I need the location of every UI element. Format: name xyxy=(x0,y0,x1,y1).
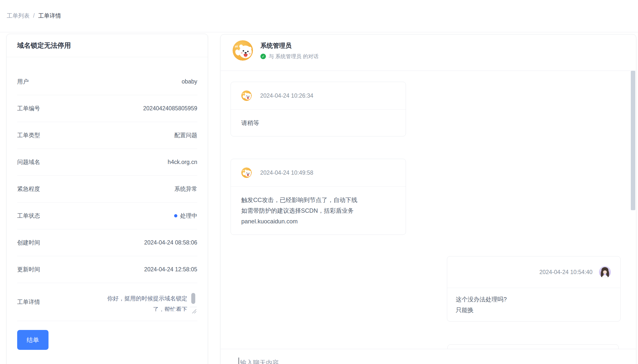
message-header: Hi2024-04-24 10:26:34 xyxy=(231,82,406,109)
field-value-text: 2024-04-24 08:58:06 xyxy=(144,239,197,246)
breadcrumb-ticket-detail: 工单详情 xyxy=(38,12,61,20)
ticket-card-header: 域名锁定无法停用 xyxy=(7,34,208,57)
field-value: obaby xyxy=(182,78,197,85)
chat-input-area[interactable]: 输入聊天内容 xyxy=(221,349,636,364)
field-label: 工单状态 xyxy=(17,212,40,220)
field-value: h4ck.org.cn xyxy=(168,159,197,166)
check-circle-icon: ✓ xyxy=(260,54,266,59)
field-row: 更新时间2024-04-24 12:58:05 xyxy=(17,256,197,283)
field-value: 处理中 xyxy=(174,212,197,220)
message-body: 触发CC攻击，已经影响到节点了，自动下线 如需带防护的建议选择SCDN，括彩盾业… xyxy=(231,186,406,234)
chat-status-line: ✓ 与 系统管理员 的对话 xyxy=(260,53,319,60)
field-value: 2024-04-24 12:58:05 xyxy=(144,266,197,273)
messages-scrollbar-thumb[interactable] xyxy=(631,71,635,210)
field-value-text: 配置问题 xyxy=(174,132,197,139)
message-header: 2024-04-24 10:54:40 xyxy=(447,256,620,288)
field-label: 工单详情 xyxy=(17,298,40,306)
agent-avatar-small: Hi xyxy=(241,168,252,178)
ticket-info-card: 域名锁定无法停用 用户obaby工单编号20240424085805959工单类… xyxy=(7,34,208,364)
message-body: 请稍等 xyxy=(231,109,406,136)
field-value-text: 系统异常 xyxy=(174,185,197,193)
field-row: 工单编号20240424085805959 xyxy=(17,95,197,122)
field-value: 配置问题 xyxy=(174,132,197,139)
ticket-detail-page: 工单列表 / 工单详情 域名锁定无法停用 用户obaby工单编号20240424… xyxy=(0,0,638,364)
message-header: Hi2024-04-24 10:49:58 xyxy=(231,159,406,186)
chat-message-card xyxy=(447,344,618,349)
field-value-text: 处理中 xyxy=(180,212,197,220)
field-value-text: 2024-04-24 12:58:05 xyxy=(144,266,197,273)
field-value: 20240424085805959 xyxy=(143,105,197,112)
agent-name: 系统管理员 xyxy=(260,42,291,50)
field-value: 系统异常 xyxy=(174,185,197,193)
agent-avatar: Hi xyxy=(233,40,253,61)
textarea-text: 你好，挺用的时候提示域名锁定 了，帮忙看下 xyxy=(80,293,187,311)
breadcrumb-separator: / xyxy=(33,12,35,19)
field-label: 用户 xyxy=(17,78,29,86)
message-body: 这个没办法处理吗? 只能换 xyxy=(447,288,620,321)
message-timestamp: 2024-04-24 10:54:40 xyxy=(539,269,592,276)
resize-handle-icon[interactable] xyxy=(191,308,197,314)
field-row: 工单类型配置问题 xyxy=(17,122,197,149)
field-row: 创建时间2024-04-24 08:58:06 xyxy=(17,229,197,256)
ticket-detail-textarea[interactable]: 你好，挺用的时候提示域名锁定 了，帮忙看下 xyxy=(80,290,197,314)
user-avatar xyxy=(599,266,611,278)
chat-message-card: 2024-04-24 10:54:40这个没办法处理吗? 只能换 xyxy=(447,256,620,322)
field-value-text: 20240424085805959 xyxy=(143,105,197,112)
message-timestamp: 2024-04-24 10:26:34 xyxy=(260,92,313,99)
ticket-title: 域名锁定无法停用 xyxy=(17,40,197,50)
chat-card: Hi 系统管理员 ✓ 与 系统管理员 的对话 Hi2024-04-24 10:2… xyxy=(220,34,636,364)
chat-message-card: Hi2024-04-24 10:49:58触发CC攻击，已经影响到节点了，自动下… xyxy=(231,159,406,235)
field-label: 工单编号 xyxy=(17,104,40,112)
chat-message-card: Hi2024-04-24 10:26:34请稍等 xyxy=(231,82,406,136)
field-row: 问题域名h4ck.org.cn xyxy=(17,149,197,176)
field-value: 2024-04-24 08:58:06 xyxy=(144,239,197,246)
textarea-scrollbar-thumb[interactable] xyxy=(191,293,195,304)
status-dot-icon xyxy=(174,214,177,218)
field-row: 紧急程度系统异常 xyxy=(17,176,197,202)
field-row: 工单状态处理中 xyxy=(17,202,197,229)
field-row: 用户obaby xyxy=(17,68,197,95)
field-label: 创建时间 xyxy=(17,239,40,246)
chat-header: Hi 系统管理员 ✓ 与 系统管理员 的对话 xyxy=(221,34,636,71)
text-caret xyxy=(238,358,239,364)
field-value-text: obaby xyxy=(182,78,197,85)
chat-input-placeholder: 输入聊天内容 xyxy=(240,358,279,364)
close-ticket-button[interactable]: 结单 xyxy=(17,330,49,350)
breadcrumb-ticket-list[interactable]: 工单列表 xyxy=(7,12,30,20)
field-label: 问题域名 xyxy=(17,158,40,166)
agent-avatar-small: Hi xyxy=(241,90,252,101)
message-header xyxy=(448,344,618,349)
field-label: 紧急程度 xyxy=(17,185,40,193)
message-timestamp: 2024-04-24 10:49:58 xyxy=(260,170,313,176)
field-label: 工单类型 xyxy=(17,132,40,139)
chat-status-text: 与 系统管理员 的对话 xyxy=(269,53,319,60)
chat-messages: Hi2024-04-24 10:26:34请稍等Hi2024-04-24 10:… xyxy=(221,71,636,349)
field-label: 更新时间 xyxy=(17,266,40,273)
breadcrumb: 工单列表 / 工单详情 xyxy=(7,12,61,20)
textarea-scrollbar[interactable] xyxy=(190,290,197,307)
header-divider xyxy=(0,32,638,32)
ticket-card-footer: 结单 xyxy=(17,321,197,350)
ticket-detail-row: 工单详情你好，挺用的时候提示域名锁定 了，帮忙看下 xyxy=(17,283,197,321)
ticket-fields: 用户obaby工单编号20240424085805959工单类型配置问题问题域名… xyxy=(7,57,208,321)
field-value-text: h4ck.org.cn xyxy=(168,159,197,166)
